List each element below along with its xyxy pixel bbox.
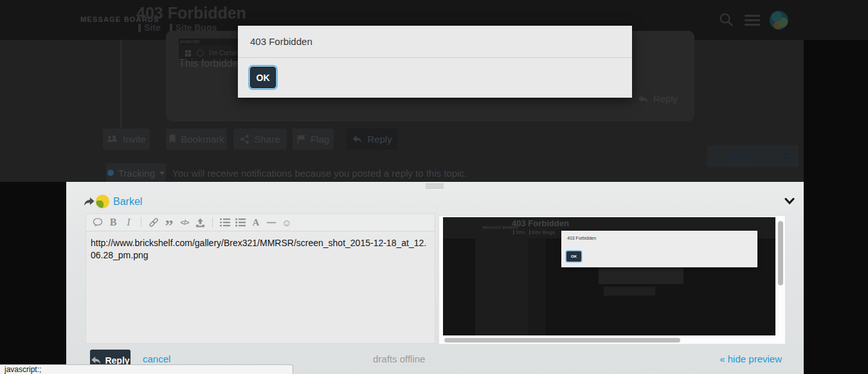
composer-textarea[interactable]: http://www.brickshelf.com/gallery/Brex32… — [86, 232, 435, 343]
preview-band — [528, 238, 546, 335]
quote-post-icon[interactable] — [90, 214, 105, 231]
timeline-arrows[interactable] — [783, 151, 790, 161]
drafts-status: drafts offline — [373, 353, 425, 364]
caret-down-icon — [159, 172, 165, 175]
embed-status-text: javascript: — [180, 39, 201, 44]
bookmark-label: Bookmark — [181, 134, 224, 145]
tracking-dropdown[interactable]: Tracking — [106, 163, 166, 183]
topic-title: 403 Forbidden — [136, 4, 246, 22]
tracking-dot-icon — [107, 170, 114, 176]
timeline-progress-text: 8 / 8 — [707, 150, 777, 163]
bookmark-button[interactable]: Bookmark — [166, 129, 227, 150]
upload-icon[interactable] — [192, 214, 208, 231]
reply-topic-button[interactable]: Reply — [346, 129, 398, 150]
ordered-list-icon[interactable] — [217, 214, 233, 231]
preview-mini-ok-button: OK — [566, 251, 581, 262]
search-icon[interactable] — [719, 12, 734, 27]
composer-editor: B I ” </> — [86, 213, 435, 344]
bold-icon[interactable]: B — [105, 214, 121, 231]
reply-arrow-icon — [352, 135, 363, 143]
bookmark-icon — [168, 134, 176, 144]
reply-topic-label: Reply — [367, 134, 392, 145]
windows-logo-icon — [185, 50, 192, 57]
toolbar-divider — [212, 217, 213, 227]
preview-mini-title: 403 Forbidden — [512, 218, 569, 228]
alert-message: 403 Forbidden — [238, 26, 632, 58]
timeline-progress-widget[interactable]: 8 / 8 — [707, 145, 799, 167]
preview-screenshot-image: MESSAGE BOARDS 403 Forbidden Site Site B… — [443, 217, 775, 335]
page-gutter-left — [0, 182, 66, 374]
link-status-tooltip: javascript:; — [0, 364, 293, 374]
post-body-text: This forbidden — [179, 58, 244, 69]
ok-button[interactable]: OK — [250, 67, 276, 88]
reply-indicator-icon — [84, 197, 95, 206]
category-label: Site — [144, 22, 161, 33]
toolbar-divider — [141, 217, 141, 227]
collapse-composer-icon[interactable] — [784, 198, 795, 204]
preview-horizontal-scrollbar[interactable] — [444, 338, 680, 343]
post-reply-label: Reply — [653, 93, 678, 104]
italic-icon[interactable]: I — [121, 214, 136, 231]
flag-icon — [297, 134, 306, 144]
reply-arrow-icon — [91, 356, 101, 364]
reply-to-avatar[interactable] — [96, 195, 109, 208]
bulleted-list-icon[interactable] — [233, 214, 248, 231]
composer-preview-pane: MESSAGE BOARDS 403 Forbidden Site Site B… — [439, 215, 786, 344]
preview-mini-post — [604, 287, 655, 296]
post-reply-button[interactable]: Reply — [637, 93, 678, 104]
emoji-icon[interactable]: ☺ — [279, 214, 294, 231]
reply-composer: Barkel B I ” </ — [66, 182, 804, 374]
preview-band — [475, 238, 528, 335]
arrow-down-icon[interactable] — [783, 157, 790, 161]
text-color-icon[interactable]: A — [248, 214, 264, 231]
composer-drag-handle[interactable] — [426, 184, 444, 189]
arrow-up-icon[interactable] — [783, 151, 790, 155]
page-gutter-right — [804, 40, 868, 374]
invite-label: Invite — [123, 134, 146, 145]
category-badge-site[interactable]: Site — [138, 22, 161, 33]
horizontal-rule-icon[interactable]: — — [264, 214, 279, 231]
user-avatar[interactable] — [770, 11, 788, 30]
timeline-rail — [120, 40, 122, 127]
hamburger-icon[interactable] — [745, 15, 760, 28]
tracking-description: You will receive notifications because y… — [172, 168, 467, 179]
share-label: Share — [254, 134, 280, 145]
cortana-icon — [197, 49, 204, 57]
preview-mini-post — [599, 267, 683, 284]
hyperlink-icon[interactable] — [146, 214, 161, 231]
flag-label: Flag — [311, 134, 329, 145]
alert-dialog: 403 Forbidden OK — [238, 26, 632, 98]
preview-mini-dialog: 403 Forbidden OK — [561, 231, 757, 267]
share-button[interactable]: Share — [233, 129, 287, 150]
category-marker-icon — [138, 24, 141, 32]
composer-toolbar: B I ” </> — [86, 214, 435, 231]
preview-mini-badges: Site Site Bugs — [513, 229, 556, 235]
reply-to-username[interactable]: Barkel — [113, 196, 142, 208]
hide-preview-link[interactable]: « hide preview — [719, 353, 782, 364]
share-icon — [240, 134, 249, 144]
preview-mini-dialog-message: 403 Forbidden — [567, 236, 596, 240]
code-icon[interactable]: </> — [177, 214, 192, 231]
tracking-label: Tracking — [118, 168, 155, 179]
cancel-link[interactable]: cancel — [143, 353, 170, 364]
invite-button[interactable]: Invite — [103, 129, 150, 150]
invite-users-icon — [107, 135, 118, 143]
preview-vertical-scrollbar[interactable] — [778, 221, 783, 285]
flag-button[interactable]: Flag — [293, 129, 334, 150]
reply-arrow-icon — [637, 94, 649, 103]
